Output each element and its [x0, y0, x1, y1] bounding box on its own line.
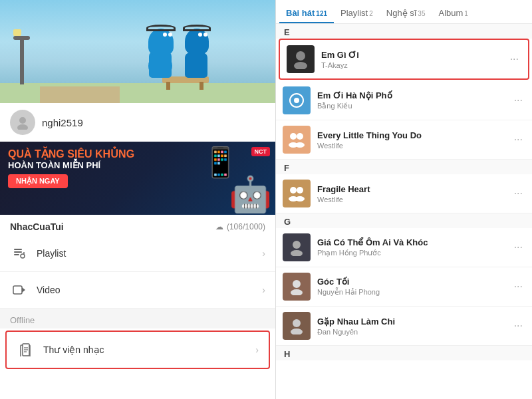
song-thumb-em-gi-oi — [287, 45, 315, 73]
song-more-goc-toi[interactable]: ··· — [511, 281, 525, 293]
svg-point-1 — [17, 124, 28, 130]
song-info-gap-nhau-lam-chi: Gặp Nhau Làm Chi Đan Nguyên — [317, 317, 505, 336]
video-arrow: › — [262, 285, 265, 295]
playlist-icon — [10, 244, 29, 263]
svg-point-27 — [291, 250, 303, 256]
song-more-fragile-heart[interactable]: ··· — [511, 188, 525, 200]
song-thumb-every-little-thing — [283, 126, 311, 154]
cloud-count: (106/1000) — [227, 222, 265, 231]
song-thumb-goc-toi — [283, 273, 311, 301]
cloud-storage: ☁ (106/1000) — [215, 222, 265, 231]
song-info-em-oi-ha-noi-pho: Em Ơi Hà Nội Phố Bằng Kiều — [317, 90, 505, 110]
svg-point-18 — [290, 133, 297, 140]
svg-rect-2 — [14, 249, 22, 250]
section-letter-g: G — [276, 213, 532, 228]
thu-vien-label: Thư viện nhạc — [43, 344, 247, 355]
playlist-arrow: › — [262, 248, 265, 259]
svg-point-21 — [295, 142, 305, 148]
song-item-gap-nhau-lam-chi[interactable]: Gặp Nhau Làm Chi Đan Nguyên ··· — [276, 307, 532, 346]
song-more-every-little-thing[interactable]: ··· — [511, 134, 525, 146]
svg-point-23 — [297, 187, 303, 194]
menu-item-playlist[interactable]: Playlist › — [0, 235, 275, 272]
nhaccuatui-label: NhacCuaTui — [10, 221, 64, 232]
svg-marker-8 — [22, 287, 25, 293]
tab-playlist[interactable]: Playlist2 — [334, 0, 380, 23]
menu-item-thu-vien-nhac[interactable]: Thư viện nhạc › — [5, 331, 270, 369]
hero-banner — [0, 0, 275, 103]
tab-album[interactable]: Album1 — [432, 0, 474, 23]
svg-point-0 — [19, 117, 26, 124]
thu-vien-arrow: › — [255, 344, 259, 355]
user-row[interactable]: nghi2519 — [0, 103, 275, 142]
right-panel: Bài hát121 Playlist2 Nghệ sĩ35 Album1 E … — [276, 0, 532, 399]
svg-point-29 — [291, 289, 303, 295]
nhaccuatui-header: NhacCuaTui ☁ (106/1000) — [0, 215, 275, 235]
song-item-em-oi-ha-noi-pho[interactable]: Em Ơi Hà Nội Phố Bằng Kiều ··· — [276, 81, 532, 120]
svg-point-19 — [297, 133, 303, 140]
song-list: E Em Gì Ơi T-Akayz ··· — [276, 24, 532, 399]
svg-point-31 — [291, 329, 303, 334]
song-item-every-little-thing[interactable]: Every Little Thing You Do Westlife ··· — [276, 120, 532, 160]
svg-point-28 — [293, 280, 301, 288]
song-thumb-fragile-heart — [283, 180, 311, 207]
song-item-goc-toi[interactable]: Góc Tối Nguyễn Hải Phong ··· — [276, 267, 532, 307]
song-info-gia-co-the: Giá Có Thể Ôm Ai Và Khóc Phạm Hồng Phước — [317, 237, 505, 257]
thu-vien-icon — [17, 340, 35, 359]
video-icon — [10, 281, 29, 299]
section-letter-e: E — [276, 24, 532, 39]
song-more-gap-nhau-lam-chi[interactable]: ··· — [511, 320, 525, 332]
avatar — [10, 110, 35, 135]
song-info-fragile-heart: Fragile Heart Westlife — [317, 184, 505, 203]
svg-point-5 — [21, 254, 25, 258]
svg-point-14 — [296, 51, 305, 61]
cloud-icon: ☁ — [215, 222, 223, 231]
user-name: nghi2519 — [42, 117, 83, 128]
song-thumb-gap-nhau-lam-chi — [283, 312, 311, 340]
song-item-gia-co-the[interactable]: Giá Có Thể Ôm Ai Và Khóc Phạm Hồng Phước… — [276, 228, 532, 267]
song-thumb-gia-co-the — [283, 233, 311, 261]
tabs-row: Bài hát121 Playlist2 Nghệ sĩ35 Album1 — [276, 0, 532, 24]
song-more-gia-co-the[interactable]: ··· — [511, 241, 525, 253]
svg-point-26 — [293, 241, 301, 249]
song-more-em-gi-oi[interactable]: ··· — [507, 53, 521, 65]
offline-section-label: Offline — [0, 309, 275, 329]
song-thumb-em-oi-ha-noi-pho — [283, 86, 311, 114]
menu-item-video[interactable]: Video › — [0, 272, 275, 309]
svg-rect-7 — [13, 286, 22, 294]
svg-point-30 — [293, 319, 301, 327]
video-label: Video — [37, 285, 254, 295]
song-item-em-gi-oi[interactable]: Em Gì Ơi T-Akayz ··· — [279, 39, 529, 80]
svg-rect-4 — [14, 254, 19, 255]
song-info-em-gi-oi: Em Gì Ơi T-Akayz — [321, 50, 501, 69]
ad-claim-button[interactable]: NHẬN NGAY — [8, 174, 68, 188]
ad-character-icon: 🤖 — [229, 174, 272, 215]
tab-nghe-si[interactable]: Nghệ sĩ35 — [380, 0, 432, 23]
song-info-every-little-thing: Every Little Thing You Do Westlife — [317, 130, 505, 150]
svg-point-22 — [290, 187, 297, 194]
svg-point-17 — [294, 98, 299, 103]
tab-bai-hat[interactable]: Bài hát121 — [279, 0, 334, 23]
left-panel: nghi2519 Quà tặng siêu khủng hoàn toàn m… — [0, 0, 276, 399]
song-more-em-oi-ha-noi-pho[interactable]: ··· — [511, 94, 525, 106]
playlist-label: Playlist — [37, 248, 254, 259]
section-letter-h: H — [276, 346, 532, 360]
svg-point-25 — [295, 196, 305, 201]
section-letter-f: F — [276, 160, 532, 174]
ad-logo: NCT — [251, 147, 271, 156]
ad-banner: Quà tặng siêu khủng hoàn toàn miễn phí N… — [0, 142, 275, 215]
svg-rect-3 — [14, 251, 22, 253]
song-item-fragile-heart[interactable]: Fragile Heart Westlife ··· — [276, 174, 532, 213]
svg-point-15 — [294, 62, 307, 69]
song-info-goc-toi: Góc Tối Nguyễn Hải Phong — [317, 277, 505, 297]
